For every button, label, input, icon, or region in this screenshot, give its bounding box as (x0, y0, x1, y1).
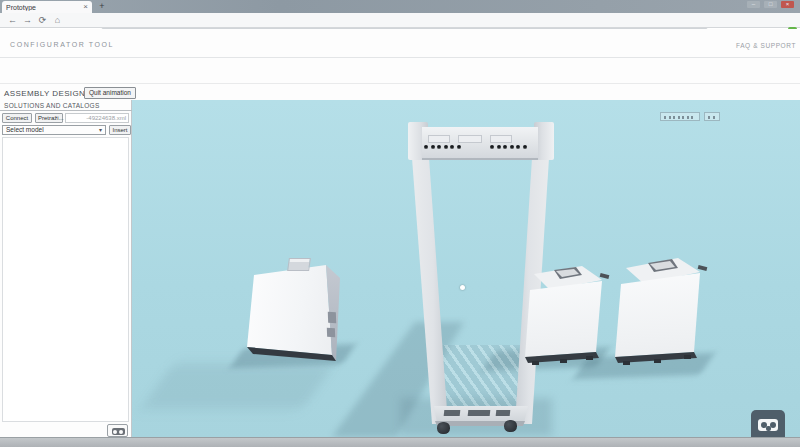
cabinet-right[interactable] (614, 258, 716, 370)
rack-vent-panel (458, 135, 482, 143)
vr-goggles-icon (758, 419, 778, 431)
cabinet-bracket (698, 265, 708, 271)
vr-goggles-icon (112, 428, 125, 435)
cabinet-middle[interactable] (524, 266, 616, 368)
chevron-down-icon: ▾ (99, 126, 102, 134)
model-listbox[interactable] (2, 137, 129, 422)
rack-hole-row-left (424, 145, 461, 149)
rack-inner-shadow (432, 345, 528, 407)
page-title: CONFIGURATOR TOOL (10, 41, 114, 48)
vr-mode-button[interactable] (751, 410, 785, 437)
cabinet-bracket (600, 273, 610, 279)
rack-base-slot (496, 410, 511, 416)
vr-mode-mini-button[interactable] (107, 424, 128, 437)
close-button[interactable]: × (781, 1, 794, 8)
cabinet-foot (532, 361, 539, 365)
cabinet-foot (684, 355, 691, 359)
cabinet-foot (654, 359, 661, 363)
back-button[interactable]: ← (6, 14, 19, 27)
pointer-dot (460, 285, 465, 290)
window-controls: – □ × (747, 1, 794, 8)
minimize-button[interactable]: – (747, 1, 760, 8)
tab-title: Prototype (6, 4, 83, 11)
quit-animation-button[interactable]: Quit animation (84, 87, 136, 99)
window-bottom-bar (0, 437, 800, 447)
cabinet-vent-slot (328, 312, 336, 324)
cabinet-foot (560, 359, 567, 363)
rack-base-slot (468, 410, 491, 416)
faq-support-link[interactable]: FAQ & SUPPORT (736, 42, 796, 49)
home-button[interactable]: ⌂ (51, 14, 64, 27)
solutions-panel-title: SOLUTIONS AND CATALOGS (4, 102, 100, 109)
reload-button[interactable]: ⟳ (36, 14, 49, 27)
forward-button[interactable]: → (21, 14, 34, 27)
browser-navbar: ← → ⟳ ⌂ ⓘ file:///C:/Users/kostjma/Web3D… (0, 13, 800, 28)
connect-button[interactable]: Connect (2, 113, 32, 123)
select-model-label: Select model (6, 126, 44, 134)
rack-top-beam[interactable] (422, 127, 538, 160)
rack-hole-row-right (490, 145, 527, 149)
rack-vent-panel (490, 135, 512, 143)
browser-tab[interactable]: Prototype × (2, 1, 92, 13)
rack-caster-wheel (437, 422, 450, 434)
browse-file-button[interactable]: Pretraži... (35, 113, 63, 123)
cabinet-foot (623, 361, 630, 365)
browser-window: Prototype × + – □ × ← → ⟳ ⌂ ⓘ file:///C:… (0, 0, 800, 447)
3d-viewport-canvas[interactable] (132, 100, 800, 437)
select-model-dropdown[interactable]: Select model ▾ (2, 125, 106, 135)
header-divider (0, 57, 800, 58)
cabinet-top-connector (287, 258, 311, 271)
file-name-field[interactable]: -49224638.xml (65, 113, 129, 123)
cabinet-vent-slot (327, 328, 335, 338)
rack-caster-wheel (504, 420, 517, 432)
rack-vent-panel (428, 135, 450, 143)
section-divider (0, 83, 800, 84)
browser-titlebar: Prototype × + – □ × (0, 0, 800, 13)
panel-divider (0, 110, 132, 111)
rack-base-slot (444, 410, 461, 416)
solutions-panel: SOLUTIONS AND CATALOGS Connect Pretraži.… (0, 100, 132, 437)
new-tab-button[interactable]: + (96, 1, 108, 12)
insert-button[interactable]: Insert (109, 125, 131, 135)
maximize-button[interactable]: □ (764, 1, 777, 8)
cabinet-foot (586, 356, 593, 360)
tab-close-icon[interactable]: × (83, 3, 88, 11)
cabinet-left[interactable] (244, 258, 346, 366)
